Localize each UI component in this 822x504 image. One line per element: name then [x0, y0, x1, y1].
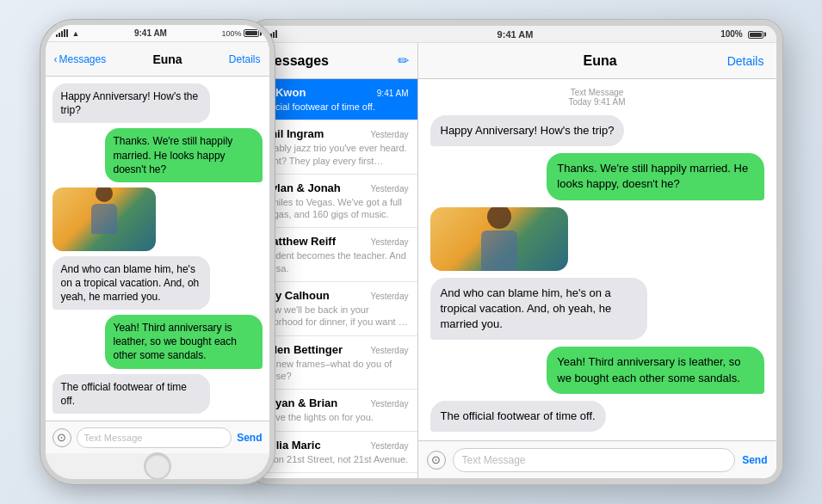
camera-button[interactable]: ⊙ [53, 428, 71, 447]
iphone-contact-name: Euna [152, 52, 182, 66]
conv-time: Yesterday [370, 346, 408, 355]
iphone-vol-up-button[interactable] [40, 111, 43, 132]
meta-time: Today 9:41 AM [430, 97, 764, 107]
ipad-message-image [430, 207, 568, 271]
conv-header: Bryan & Brian Yesterday [263, 396, 409, 409]
ipad-time: 9:41 AM [498, 29, 534, 40]
ipad-input-placeholder: Text Message [462, 454, 526, 466]
back-button[interactable]: ‹ Messages [54, 53, 107, 65]
iphone-details-button[interactable]: Details [229, 53, 261, 65]
conversation-item[interactable]: Julia Maric Yesterday m on 21st Street, … [255, 432, 417, 473]
iphone-nav-bar: ‹ Messages Euna Details [46, 42, 269, 77]
message-text: And who can blame him, he's on a tropica… [441, 286, 612, 330]
ipad-device: 9:41 AM 100% Messages ✏ Ji Kwon [249, 20, 782, 484]
ipad-details-button[interactable]: Details [727, 54, 764, 68]
message-bubble: The official footwear of time off. [53, 374, 210, 414]
conv-preview: student becomes the teacher. And versa. [263, 249, 409, 274]
conv-time: Yesterday [370, 130, 408, 139]
iphone-vol-down-button[interactable] [40, 141, 43, 163]
iphone-mute-button[interactable] [40, 85, 43, 101]
conversation-item[interactable]: Allen Bettinger Yesterday on new frames–… [255, 336, 417, 390]
conversation-item[interactable]: Jay Calhoun Yesterday rrow we'll be back… [255, 282, 417, 336]
person-body [91, 204, 117, 234]
iphone-message-list: Happy Anniversary! How's the trip? Thank… [46, 77, 269, 421]
ipad-text-input[interactable]: Text Message [453, 448, 736, 472]
iphone-status-bar: ▲ 9:41 AM 100% [46, 25, 269, 42]
battery-percent: 100% [221, 29, 241, 38]
message-text: Yeah! Third anniversary is leather, so w… [114, 322, 237, 361]
iphone-send-button[interactable]: Send [237, 432, 262, 444]
back-chevron-icon: ‹ [54, 53, 58, 65]
ipad-messages-header: Messages ✏ [255, 43, 417, 79]
iphone-home-area [46, 453, 269, 479]
scene: ▲ 9:41 AM 100% ‹ Messages Euna Details H… [7, 7, 816, 497]
ipad-status-bar: 9:41 AM 100% [255, 26, 776, 43]
message-bubble: Thanks. We're still happily married. He … [105, 128, 263, 182]
ipad-chat-messages: Text Message Today 9:41 AM Happy Anniver… [418, 79, 776, 440]
ipad-chat-header: Euna Details [418, 43, 776, 79]
message-text: Thanks. We're still happily married. He … [114, 135, 233, 175]
conv-time: Yesterday [370, 292, 408, 301]
ipad-content-area: Messages ✏ Ji Kwon 9:41 AM official foot… [255, 43, 776, 478]
ipad-photo-content [430, 207, 568, 271]
conv-time: Yesterday [370, 441, 408, 451]
ipad-right-status: 100% [720, 29, 763, 39]
input-placeholder: Text Message [84, 433, 143, 443]
message-bubble: Happy Anniversary! How's the trip? [53, 83, 210, 123]
conversation-item[interactable]: Phil Ingram Yesterday urtably jazz trio … [255, 120, 417, 175]
conversation-item[interactable]: Matthew Reiff Yesterday student becomes … [255, 228, 417, 282]
ipad-contact-name: Euna [584, 53, 617, 69]
conv-preview: 6 miles to Vegas. We've got a full of ga… [263, 196, 409, 221]
person-head [487, 207, 511, 229]
conv-preview: urtably jazz trio you've ever heard. rig… [263, 142, 409, 167]
ipad-send-button[interactable]: Send [742, 454, 767, 466]
conv-header: Ji Kwon 9:41 AM [263, 86, 409, 99]
conv-header: Julia Maric Yesterday [263, 439, 409, 452]
ipad-message-bubble: And who can blame him, he's on a tropica… [430, 278, 647, 341]
conv-preview: on new frames–what do you of these? [263, 358, 409, 383]
person-figure [78, 187, 130, 251]
conv-header: Allen Bettinger Yesterday [263, 343, 409, 356]
message-text: Thanks. We're still happily married. He … [557, 162, 748, 190]
message-image [53, 187, 156, 251]
compose-icon[interactable]: ✏ [398, 52, 409, 69]
ipad-chat-panel: Euna Details Text Message Today 9:41 AM … [418, 43, 776, 478]
conversation-item[interactable]: Bryan & Brian Yesterday leave the lights… [255, 390, 417, 431]
conv-header: Phil Ingram Yesterday [263, 127, 409, 140]
signal-indicator: ▲ [56, 29, 80, 38]
conversation-list: Ji Kwon 9:41 AM official footwear of tim… [255, 79, 417, 478]
ipad-side-button[interactable] [779, 95, 782, 129]
conv-name: Dylan & Jonah [263, 181, 341, 194]
message-text: Yeah! Third anniversary is leather, so w… [557, 355, 740, 384]
conv-time: Yesterday [370, 399, 408, 409]
conversation-item[interactable]: Danielle Durr Yesterday the greatest son… [255, 473, 417, 478]
wifi-icon [56, 29, 68, 37]
iphone-text-input[interactable]: Text Message [77, 427, 232, 448]
conv-time: 9:41 AM [377, 89, 409, 98]
iphone-home-button[interactable] [144, 452, 171, 480]
iphone-time: 9:41 AM [134, 28, 167, 38]
message-bubble: Yeah! Third anniversary is leather, so w… [105, 315, 263, 369]
ipad-input-bar: ⊙ Text Message Send [418, 440, 776, 478]
ipad-battery-icon [748, 31, 763, 39]
conv-header: Matthew Reiff Yesterday [263, 235, 409, 248]
camera-icon: ⊙ [57, 431, 66, 444]
iphone-device: ▲ 9:41 AM 100% ‹ Messages Euna Details H… [40, 20, 275, 484]
message-text: And who can blame him, he's on a tropica… [61, 263, 200, 303]
conv-header: Jay Calhoun Yesterday [263, 289, 409, 302]
camera-icon: ⊙ [431, 453, 441, 466]
iphone-power-button[interactable] [272, 128, 275, 167]
ipad-camera-button[interactable]: ⊙ [427, 451, 446, 470]
conversation-item[interactable]: Ji Kwon 9:41 AM official footwear of tim… [255, 79, 417, 120]
person-head [96, 187, 113, 202]
message-bubble: And who can blame him, he's on a tropica… [53, 256, 210, 310]
message-text: The official footwear of time off. [61, 381, 188, 407]
ipad-conversation-list: Messages ✏ Ji Kwon 9:41 AM official foot… [255, 43, 418, 478]
conv-preview: leave the lights on for you. [263, 411, 409, 423]
message-text: The official footwear of time off. [441, 409, 596, 422]
ipad-message-bubble: The official footwear of time off. [430, 401, 606, 432]
conv-preview: rrow we'll be back in your hborhood for … [263, 304, 409, 329]
conv-preview: official footwear of time off. [263, 101, 409, 113]
conversation-item[interactable]: Dylan & Jonah Yesterday 6 miles to Vegas… [255, 175, 417, 229]
back-label[interactable]: Messages [59, 53, 107, 65]
